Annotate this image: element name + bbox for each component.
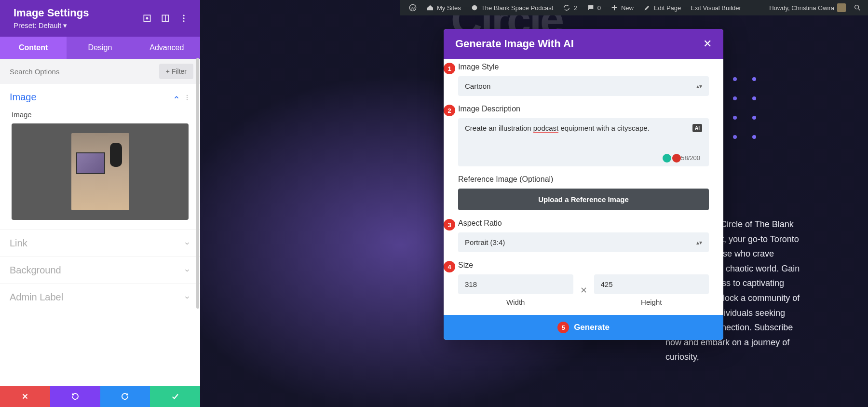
image-field-label: Image — [0, 110, 200, 123]
updates-link[interactable]: 2 — [558, 0, 582, 15]
size-label: Size — [458, 261, 709, 270]
modal-header: Generate Image With AI ✕ — [444, 29, 723, 59]
svg-point-10 — [409, 4, 416, 11]
svg-point-5 — [183, 17, 184, 19]
step-badge-4: 4 — [444, 261, 455, 272]
reference-label: Reference Image (Optional) — [458, 175, 709, 184]
svg-line-13 — [858, 9, 860, 10]
ai-image-modal: Generate Image With AI ✕ 1 Image Style C… — [444, 29, 723, 340]
section-background[interactable]: Background — [0, 257, 200, 284]
upload-reference-button[interactable]: Upload a Reference Image — [458, 189, 709, 210]
scrollbar[interactable] — [196, 58, 199, 309]
char-counter: 58/200 — [681, 154, 700, 162]
svg-point-6 — [183, 20, 184, 22]
aspect-label: Aspect Ratio — [458, 219, 709, 228]
close-icon[interactable]: ✕ — [703, 38, 712, 50]
style-label: Image Style — [458, 63, 709, 71]
width-sublabel: Width — [458, 298, 573, 306]
svg-point-11 — [472, 5, 477, 11]
settings-tabs: Content Design Advanced — [0, 37, 200, 59]
search-row: +Filter — [0, 59, 200, 84]
layout-icon[interactable] — [161, 14, 170, 23]
step-badge-3: 3 — [444, 219, 455, 231]
generate-button[interactable]: 5 Generate — [444, 315, 723, 340]
more-icon[interactable] — [184, 94, 190, 101]
wp-logo[interactable] — [404, 0, 421, 15]
search-icon[interactable] — [851, 1, 864, 14]
sidebar-header: Image Settings Preset: Default ▾ — [0, 0, 200, 37]
section-image[interactable]: Image — [0, 84, 200, 110]
height-sublabel: Height — [594, 298, 709, 306]
filter-button[interactable]: +Filter — [159, 64, 193, 79]
chevron-down-icon — [184, 294, 190, 301]
size-separator: ✕ — [580, 285, 587, 296]
width-input[interactable] — [458, 274, 573, 294]
wp-admin-bar: My Sites The Blank Space Podcast 2 0 New… — [400, 0, 868, 15]
image-preview[interactable] — [12, 123, 189, 220]
step-badge-5: 5 — [557, 322, 569, 333]
section-admin-label[interactable]: Admin Label — [0, 284, 200, 311]
svg-point-8 — [187, 96, 188, 97]
aspect-select[interactable]: Portrait (3:4)▴▾ — [458, 232, 709, 252]
edit-page-link[interactable]: Edit Page — [638, 0, 686, 15]
cancel-button[interactable] — [0, 386, 50, 407]
tab-advanced[interactable]: Advanced — [134, 37, 200, 59]
undo-button[interactable] — [50, 386, 100, 407]
new-link[interactable]: New — [606, 0, 638, 15]
step-badge-1: 1 — [444, 63, 455, 74]
chevron-down-icon — [184, 267, 190, 274]
svg-point-1 — [146, 17, 148, 19]
avatar — [837, 3, 846, 12]
preset-selector[interactable]: Preset: Default ▾ — [14, 21, 142, 30]
ai-badge[interactable]: AI — [692, 124, 702, 132]
more-icon[interactable] — [179, 14, 189, 23]
grammar-widget[interactable] — [663, 154, 681, 163]
height-input[interactable] — [594, 274, 709, 294]
save-button[interactable] — [150, 386, 200, 407]
modal-title: Generate Image With AI — [455, 38, 703, 50]
style-select[interactable]: Cartoon▴▾ — [458, 76, 709, 96]
chevron-down-icon — [184, 240, 190, 247]
tab-design[interactable]: Design — [67, 37, 133, 59]
svg-point-4 — [183, 15, 184, 16]
exit-builder-link[interactable]: Exit Visual Builder — [686, 0, 746, 15]
howdy-user[interactable]: Howdy, Christina Gwira — [764, 0, 851, 15]
settings-sidebar: Image Settings Preset: Default ▾ Content… — [0, 0, 200, 407]
svg-point-12 — [855, 5, 859, 9]
footer-actions — [0, 386, 200, 407]
my-sites-link[interactable]: My Sites — [421, 0, 466, 15]
search-input[interactable] — [7, 65, 159, 79]
svg-point-7 — [187, 95, 188, 95]
step-badge-2: 2 — [444, 105, 455, 116]
comments-link[interactable]: 0 — [582, 0, 606, 15]
svg-point-9 — [187, 98, 188, 99]
page-canvas: My Sites The Blank Space Podcast 2 0 New… — [200, 0, 868, 407]
expand-icon[interactable] — [142, 14, 152, 23]
sidebar-title: Image Settings — [14, 7, 142, 19]
redo-button[interactable] — [100, 386, 150, 407]
description-label: Image Description — [458, 105, 709, 113]
tab-content[interactable]: Content — [0, 37, 67, 59]
section-link[interactable]: Link — [0, 230, 200, 257]
chevron-up-icon — [173, 94, 180, 101]
site-name-link[interactable]: The Blank Space Podcast — [466, 0, 558, 15]
